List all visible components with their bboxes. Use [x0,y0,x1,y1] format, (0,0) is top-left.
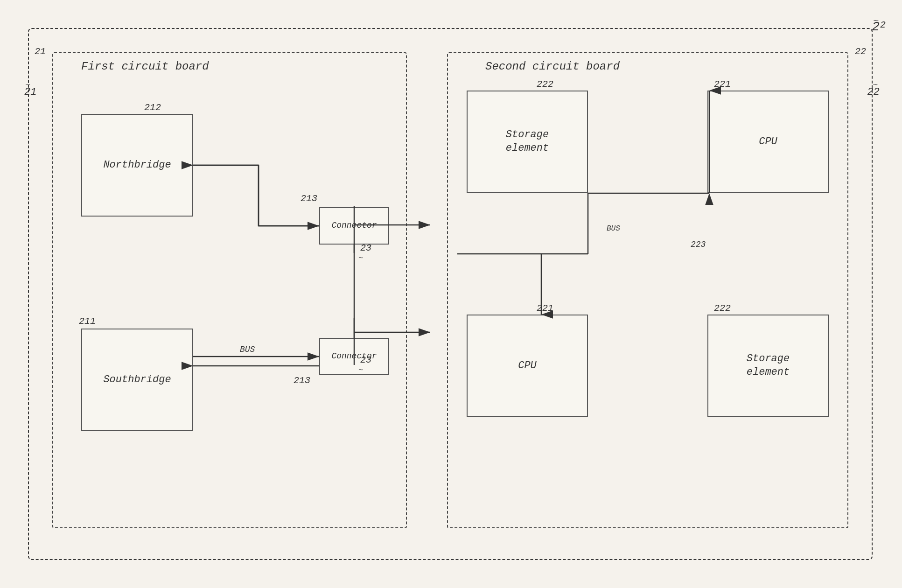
first-circuit-board: 21 First circuit board Northbridge 212 S… [52,52,407,528]
second-board-label: Second circuit board [485,60,620,73]
cpu-bottom-left-ref: 221 [537,303,553,314]
northbridge-label: Northbridge [103,159,171,172]
cpu-top-right-ref: 221 [714,79,731,90]
connector-top-label: Connector [331,220,377,231]
southbridge-ref: 211 [79,316,96,327]
storage-top-left-label: Storageelement [506,128,549,155]
storage-top-left-ref: 222 [537,79,553,90]
svg-text:223: 223 [691,240,706,249]
svg-text:BUS: BUS [607,224,620,233]
connector-top-box: Connector [319,207,389,245]
second-circuit-board: 22 Second circuit board Storageelement 2… [447,52,848,528]
southbridge-box: Southbridge [81,329,193,431]
first-board-label: First circuit board [81,60,209,73]
connector-bottom-box: Connector [319,338,389,375]
connector-bottom-ref: 213 [294,375,310,386]
storage-bottom-right-box: Storageelement [707,315,829,417]
storage-bottom-right-label: Storageelement [747,352,790,379]
southbridge-label: Southbridge [103,373,171,387]
connector-top-ref: 213 [301,193,317,204]
outer-system-box: 2 21 First circuit board Northbridge 212… [28,28,873,560]
svg-text:BUS: BUS [240,345,255,354]
ref-21-wavy: ~ [25,80,30,90]
system-ref-2-wavy: ~ [873,16,879,27]
storage-top-left-box: Storageelement [467,91,588,193]
ref-22-wavy: ~ [873,80,878,90]
first-board-ref: 21 [35,46,46,57]
northbridge-box: Northbridge [81,114,193,217]
outer-ref-label: 2 [880,20,886,30]
page: 2 21 First circuit board Northbridge 212… [0,0,902,588]
cpu-bottom-left-box: CPU [467,315,588,417]
cpu-top-right-box: CPU [707,91,829,193]
cpu-top-right-label: CPU [759,135,777,149]
storage-bottom-right-ref: 222 [714,303,731,314]
northbridge-ref: 212 [144,102,161,113]
second-board-ref: 22 [855,46,866,57]
cpu-bottom-left-label: CPU [518,359,537,373]
connector-bottom-label: Connector [331,351,377,362]
